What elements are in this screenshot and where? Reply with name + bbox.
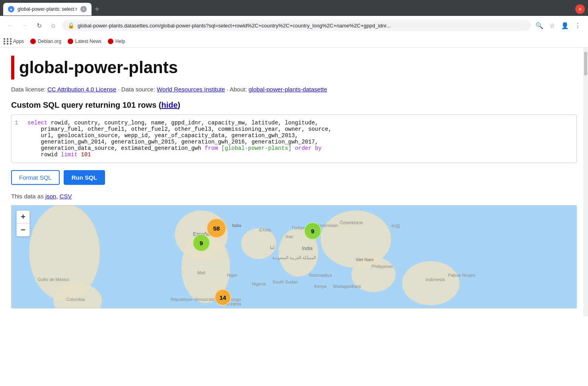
- map-background: Mali Niger Nigeria South Sudan Soomaaliy…: [12, 206, 576, 308]
- cluster-58-value: 58: [213, 225, 220, 232]
- svg-text:中国: 中国: [391, 224, 400, 229]
- map-cluster-9b[interactable]: 9: [304, 222, 321, 240]
- home-button[interactable]: ⌂: [48, 20, 59, 31]
- profile-icon[interactable]: 👤: [559, 20, 570, 31]
- site-title-bar: global-power-plants: [11, 56, 577, 80]
- query-heading-text: Custom SQL query returning 101 rows (: [11, 101, 161, 109]
- svg-text:Golfo de México: Golfo de México: [37, 277, 69, 282]
- toolbar-icons: 🔍 ☆ 👤 ⋮: [534, 20, 583, 31]
- sql-code[interactable]: select rowid, country, country_long, nam…: [27, 120, 332, 158]
- back-button[interactable]: ←: [5, 20, 16, 31]
- browser-tab[interactable]: ● global-power-plants: select r ×: [3, 3, 92, 16]
- tab-title: global-power-plants: select r: [18, 6, 77, 12]
- scrollbar[interactable]: [583, 48, 588, 316]
- tab-favicon: ●: [8, 6, 14, 12]
- bookmark-latest-news[interactable]: Latest News: [68, 39, 101, 44]
- svg-text:Kenya: Kenya: [314, 284, 327, 289]
- format-sql-button[interactable]: Format SQL: [11, 170, 60, 185]
- svg-text:Viet Nam: Viet Nam: [356, 257, 374, 262]
- zoom-out-button[interactable]: −: [17, 223, 29, 236]
- svg-text:Ελλάς: Ελλάς: [259, 227, 271, 232]
- bookmark-apps[interactable]: Apps: [5, 38, 24, 45]
- bookmark-star-icon[interactable]: ☆: [547, 20, 558, 31]
- browser-chrome: ● global-power-plants: select r × + × ← …: [0, 0, 588, 48]
- about-link[interactable]: global-power-plants-datasette: [249, 86, 327, 93]
- button-row: Format SQL Run SQL: [11, 170, 577, 185]
- address-field[interactable]: 🔒 global-power-plants.datasettes.com/glo…: [62, 20, 531, 31]
- about-label: · About:: [227, 86, 247, 93]
- map-controls: + −: [16, 210, 30, 237]
- svg-text:Soomaaliya: Soomaaliya: [309, 273, 333, 277]
- tab-bar: ● global-power-plants: select r × + ×: [0, 0, 588, 16]
- site-title: global-power-plants: [19, 58, 178, 77]
- data-as-line: This data as json, CSV: [11, 193, 577, 200]
- bookmarks-bar: Apps Debian.org Latest News Help: [0, 35, 588, 48]
- search-icon[interactable]: 🔍: [534, 20, 545, 31]
- cluster-9b-value: 9: [311, 228, 314, 235]
- map-cluster-9a[interactable]: 9: [193, 234, 210, 252]
- cluster-14-value: 14: [220, 294, 226, 301]
- query-heading: Custom SQL query returning 101 rows (hid…: [11, 101, 577, 110]
- reload-button[interactable]: ↻: [33, 20, 45, 31]
- bookmark-debian-label: Debian.org: [38, 39, 61, 44]
- forward-button[interactable]: →: [19, 20, 30, 31]
- apps-grid-icon: [5, 38, 11, 45]
- tab-close-button[interactable]: ×: [80, 6, 87, 12]
- svg-text:Türkiye: Türkiye: [291, 225, 306, 230]
- main-content: global-power-plants Data license: CC Att…: [0, 48, 588, 316]
- bookmark-help[interactable]: Help: [108, 39, 125, 44]
- lock-icon: 🔒: [68, 22, 74, 29]
- map-cluster-58[interactable]: 58: [206, 218, 226, 238]
- svg-text:Papua Niugini: Papua Niugini: [448, 273, 475, 277]
- new-tab-button[interactable]: +: [92, 5, 103, 14]
- data-comma: ,: [56, 193, 58, 200]
- address-text: global-power-plants.datasettes.com/globa…: [78, 23, 525, 29]
- zoom-in-button[interactable]: +: [17, 211, 29, 223]
- latest-news-favicon: [68, 39, 73, 44]
- svg-text:المملكة العربية السعودية: المملكة العربية السعودية: [272, 255, 316, 260]
- help-favicon: [108, 39, 113, 44]
- hide-link[interactable]: hide: [161, 101, 177, 109]
- csv-link[interactable]: CSV: [60, 193, 72, 200]
- menu-icon[interactable]: ⋮: [572, 20, 583, 31]
- sql-editor: 1 select rowid, country, country_long, n…: [11, 114, 577, 163]
- svg-text:Philippines: Philippines: [372, 264, 393, 269]
- debian-favicon: [30, 39, 36, 44]
- json-link[interactable]: json: [45, 193, 56, 200]
- bookmark-help-label: Help: [115, 39, 125, 44]
- source-label: · Data source:: [118, 86, 155, 93]
- map-cluster-14[interactable]: 14: [214, 289, 231, 306]
- svg-text:لیبا: لیبا: [270, 245, 275, 250]
- svg-text:South Sudan: South Sudan: [273, 279, 298, 284]
- svg-text:Mali: Mali: [197, 270, 205, 275]
- svg-text:Madagasikara: Madagasikara: [333, 284, 361, 289]
- svg-text:India: India: [302, 246, 313, 251]
- source-link[interactable]: World Resources Institute: [157, 86, 225, 93]
- data-as-label: This data as: [11, 193, 44, 200]
- sql-line-number: 1: [15, 120, 23, 158]
- map-container[interactable]: Mali Niger Nigeria South Sudan Soomaaliy…: [11, 205, 577, 308]
- svg-text:Colombia: Colombia: [66, 297, 85, 302]
- svg-text:İran: İran: [286, 234, 293, 239]
- bookmark-apps-label: Apps: [13, 39, 24, 44]
- red-accent-bar: [11, 56, 14, 80]
- license-label: Data license:: [11, 86, 46, 93]
- svg-text:Nigeria: Nigeria: [252, 281, 266, 286]
- license-link[interactable]: CC Attribution 4.0 License: [47, 86, 116, 93]
- svg-point-9: [402, 261, 459, 305]
- close-window-button[interactable]: ×: [575, 4, 585, 14]
- bookmark-latest-news-label: Latest News: [75, 39, 101, 44]
- cluster-9a-value: 9: [200, 240, 203, 246]
- svg-text:Indonesia: Indonesia: [426, 277, 445, 282]
- bookmark-debian[interactable]: Debian.org: [30, 39, 61, 44]
- svg-point-5: [241, 228, 276, 259]
- svg-text:Niger: Niger: [227, 273, 238, 277]
- meta-line: Data license: CC Attribution 4.0 License…: [11, 86, 577, 93]
- run-sql-button[interactable]: Run SQL: [64, 170, 105, 185]
- scrollbar-thumb[interactable]: [584, 52, 587, 76]
- svg-text:Italia: Italia: [232, 223, 241, 228]
- svg-text:Özberkiston: Özberkiston: [340, 220, 363, 225]
- query-heading-end: ): [178, 101, 181, 109]
- address-bar-row: ← → ↻ ⌂ 🔒 global-power-plants.datasettes…: [0, 16, 588, 35]
